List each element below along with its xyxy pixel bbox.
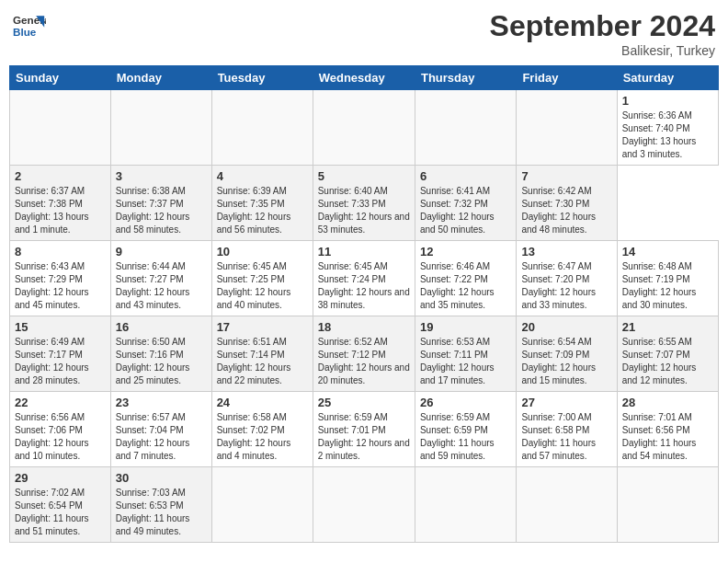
table-row: 3 Sunrise: 6:38 AM Sunset: 7:37 PM Dayli…	[110, 166, 211, 241]
sunset-text: Sunset: 7:14 PM	[217, 350, 285, 360]
day-info: Sunrise: 6:48 AM Sunset: 7:19 PM Dayligh…	[622, 260, 713, 312]
day-info: Sunrise: 6:38 AM Sunset: 7:37 PM Dayligh…	[116, 185, 207, 236]
table-row: 10 Sunrise: 6:45 AM Sunset: 7:25 PM Dayl…	[211, 241, 313, 316]
daylight-text: Daylight: 12 hours and 45 minutes.	[15, 287, 89, 310]
sunset-text: Sunset: 6:59 PM	[420, 425, 488, 435]
table-row: 6 Sunrise: 6:41 AM Sunset: 7:32 PM Dayli…	[415, 166, 516, 241]
day-number: 8	[15, 245, 106, 259]
table-row: 14 Sunrise: 6:48 AM Sunset: 7:19 PM Dayl…	[617, 241, 718, 316]
day-info: Sunrise: 6:58 AM Sunset: 7:02 PM Dayligh…	[217, 411, 308, 463]
day-number: 27	[521, 396, 611, 409]
daylight-text: Daylight: 11 hours and 49 minutes.	[116, 513, 190, 536]
sunset-text: Sunset: 7:35 PM	[217, 199, 285, 209]
day-number: 16	[116, 320, 207, 334]
table-row: 7 Sunrise: 6:42 AM Sunset: 7:30 PM Dayli…	[517, 166, 617, 241]
sunrise-text: Sunrise: 6:46 AM	[420, 261, 490, 271]
day-info: Sunrise: 6:44 AM Sunset: 7:27 PM Dayligh…	[116, 260, 207, 312]
day-number: 26	[420, 396, 511, 409]
sunset-text: Sunset: 7:09 PM	[521, 350, 589, 360]
sunset-text: Sunset: 7:19 PM	[622, 274, 690, 284]
sunset-text: Sunset: 7:38 PM	[15, 199, 83, 209]
day-number: 5	[318, 169, 410, 183]
daylight-text: Daylight: 12 hours and 58 minutes.	[116, 212, 190, 235]
day-info: Sunrise: 6:51 AM Sunset: 7:14 PM Dayligh…	[217, 336, 308, 387]
table-row: 18 Sunrise: 6:52 AM Sunset: 7:12 PM Dayl…	[313, 316, 415, 392]
day-info: Sunrise: 6:39 AM Sunset: 7:35 PM Dayligh…	[217, 185, 308, 236]
table-row: 27 Sunrise: 7:00 AM Sunset: 6:58 PM Dayl…	[517, 392, 617, 467]
sunrise-text: Sunrise: 6:58 AM	[217, 412, 287, 422]
sunrise-text: Sunrise: 6:41 AM	[420, 186, 490, 196]
daylight-text: Daylight: 12 hours and 53 minutes.	[318, 212, 410, 235]
day-number: 14	[622, 245, 713, 259]
col-saturday: Saturday	[617, 66, 718, 90]
sunset-text: Sunset: 7:33 PM	[318, 199, 386, 209]
day-info: Sunrise: 6:45 AM Sunset: 7:24 PM Dayligh…	[318, 260, 410, 312]
table-row: 25 Sunrise: 6:59 AM Sunset: 7:01 PM Dayl…	[313, 392, 415, 467]
table-row: 11 Sunrise: 6:45 AM Sunset: 7:24 PM Dayl…	[313, 241, 415, 316]
sunrise-text: Sunrise: 6:40 AM	[318, 186, 388, 196]
daylight-text: Daylight: 12 hours and 43 minutes.	[116, 287, 190, 310]
daylight-text: Daylight: 11 hours and 54 minutes.	[622, 438, 697, 461]
day-info: Sunrise: 6:47 AM Sunset: 7:20 PM Dayligh…	[521, 260, 611, 312]
table-row: 4 Sunrise: 6:39 AM Sunset: 7:35 PM Dayli…	[211, 166, 313, 241]
calendar-week-row: 1 Sunrise: 6:36 AM Sunset: 7:40 PM Dayli…	[10, 90, 719, 166]
page-header: General Blue September 2024 Balikesir, T…	[9, 9, 719, 58]
daylight-text: Daylight: 12 hours and 40 minutes.	[217, 287, 291, 310]
daylight-text: Daylight: 12 hours and 38 minutes.	[318, 287, 410, 310]
sunrise-text: Sunrise: 6:48 AM	[622, 261, 692, 271]
sunset-text: Sunset: 7:06 PM	[15, 425, 83, 435]
sunset-text: Sunset: 7:12 PM	[318, 350, 386, 360]
daylight-text: Daylight: 12 hours and 50 minutes.	[420, 212, 495, 235]
day-number: 19	[420, 320, 511, 334]
col-thursday: Thursday	[415, 66, 516, 90]
calendar-week-row: 2 Sunrise: 6:37 AM Sunset: 7:38 PM Dayli…	[10, 166, 719, 241]
day-info: Sunrise: 7:02 AM Sunset: 6:54 PM Dayligh…	[15, 487, 106, 538]
day-number: 17	[217, 320, 308, 334]
sunset-text: Sunset: 7:29 PM	[15, 274, 83, 284]
daylight-text: Daylight: 12 hours and 15 minutes.	[521, 362, 596, 385]
sunrise-text: Sunrise: 6:54 AM	[521, 337, 591, 347]
sunrise-text: Sunrise: 6:59 AM	[420, 412, 490, 422]
daylight-text: Daylight: 12 hours and 7 minutes.	[116, 438, 190, 461]
day-info: Sunrise: 6:59 AM Sunset: 7:01 PM Dayligh…	[318, 411, 410, 463]
day-info: Sunrise: 6:41 AM Sunset: 7:32 PM Dayligh…	[420, 185, 511, 236]
table-row: 26 Sunrise: 6:59 AM Sunset: 6:59 PM Dayl…	[415, 392, 516, 467]
table-row: 16 Sunrise: 6:50 AM Sunset: 7:16 PM Dayl…	[110, 316, 211, 392]
table-row	[415, 467, 516, 543]
day-number: 2	[15, 169, 106, 183]
table-row	[313, 90, 415, 166]
day-info: Sunrise: 6:45 AM Sunset: 7:25 PM Dayligh…	[217, 260, 308, 312]
daylight-text: Daylight: 12 hours and 28 minutes.	[15, 362, 89, 385]
table-row: 2 Sunrise: 6:37 AM Sunset: 7:38 PM Dayli…	[10, 166, 111, 241]
daylight-text: Daylight: 12 hours and 10 minutes.	[15, 438, 89, 461]
day-number: 20	[521, 320, 611, 334]
day-number: 22	[15, 396, 106, 409]
day-info: Sunrise: 6:59 AM Sunset: 6:59 PM Dayligh…	[420, 411, 511, 463]
day-info: Sunrise: 6:52 AM Sunset: 7:12 PM Dayligh…	[318, 336, 410, 387]
table-row	[313, 467, 415, 543]
table-row: 29 Sunrise: 7:02 AM Sunset: 6:54 PM Dayl…	[10, 467, 111, 543]
logo: General Blue	[13, 9, 46, 42]
day-number: 30	[116, 471, 207, 485]
sunrise-text: Sunrise: 6:44 AM	[116, 261, 186, 271]
sunrise-text: Sunrise: 6:45 AM	[318, 261, 388, 271]
sunrise-text: Sunrise: 7:01 AM	[622, 412, 692, 422]
sunset-text: Sunset: 6:54 PM	[15, 500, 83, 511]
sunset-text: Sunset: 7:11 PM	[420, 350, 488, 360]
daylight-text: Daylight: 13 hours and 3 minutes.	[622, 136, 697, 159]
table-row	[211, 467, 313, 543]
sunrise-text: Sunrise: 6:50 AM	[116, 337, 186, 347]
day-info: Sunrise: 6:49 AM Sunset: 7:17 PM Dayligh…	[15, 336, 106, 387]
sunset-text: Sunset: 7:25 PM	[217, 274, 285, 284]
calendar-header-row: Sunday Monday Tuesday Wednesday Thursday…	[10, 66, 719, 90]
table-row: 9 Sunrise: 6:44 AM Sunset: 7:27 PM Dayli…	[110, 241, 211, 316]
day-number: 21	[622, 320, 713, 334]
day-info: Sunrise: 6:55 AM Sunset: 7:07 PM Dayligh…	[622, 336, 713, 387]
table-row	[211, 90, 313, 166]
table-row: 17 Sunrise: 6:51 AM Sunset: 7:14 PM Dayl…	[211, 316, 313, 392]
sunrise-text: Sunrise: 6:52 AM	[318, 337, 388, 347]
sunrise-text: Sunrise: 6:47 AM	[521, 261, 591, 271]
table-row	[617, 467, 718, 543]
day-number: 12	[420, 245, 511, 259]
col-wednesday: Wednesday	[313, 66, 415, 90]
